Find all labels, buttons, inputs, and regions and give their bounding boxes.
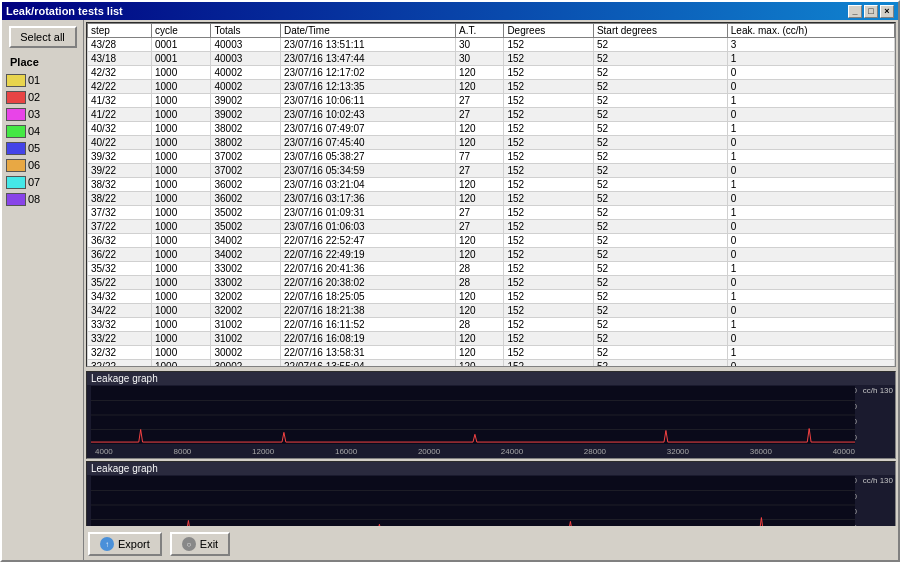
x-label: 40000: [833, 447, 855, 456]
minimize-button[interactable]: _: [848, 5, 862, 18]
place-item[interactable]: 08: [6, 191, 79, 207]
table-cell: 152: [504, 346, 593, 360]
table-cell: 152: [504, 318, 593, 332]
table-row[interactable]: 34/2210003200222/07/16 18:21:38120152520: [88, 304, 895, 318]
leakage-chart-2-unit: cc/h 130: [863, 476, 893, 485]
table-cell: 52: [593, 276, 727, 290]
table-cell: 37/22: [88, 220, 152, 234]
table-cell: 152: [504, 150, 593, 164]
table-row[interactable]: 35/2210003300222/07/16 20:38:0228152520: [88, 276, 895, 290]
table-row[interactable]: 39/3210003700223/07/16 05:38:2777152521: [88, 150, 895, 164]
table-row[interactable]: 32/3210003000222/07/16 13:58:31120152521: [88, 346, 895, 360]
table-cell: 152: [504, 80, 593, 94]
table-cell: 30: [456, 52, 504, 66]
table-cell: 23/07/16 03:21:04: [280, 178, 455, 192]
x-label: 28000: [584, 447, 606, 456]
place-item[interactable]: 06: [6, 157, 79, 173]
export-button[interactable]: ↑ Export: [88, 532, 162, 556]
table-cell: 22/07/16 18:25:05: [280, 290, 455, 304]
table-cell: 37002: [211, 164, 281, 178]
table-row[interactable]: 41/3210003900223/07/16 10:06:1127152521: [88, 94, 895, 108]
maximize-button[interactable]: □: [864, 5, 878, 18]
table-row[interactable]: 40/2210003800223/07/16 07:45:40120152520: [88, 136, 895, 150]
table-row[interactable]: 41/2210003900223/07/16 10:02:4327152520: [88, 108, 895, 122]
table-row[interactable]: 43/2800014000323/07/16 13:51:1130152523: [88, 38, 895, 52]
table-row[interactable]: 38/2210003600223/07/16 03:17:36120152520: [88, 192, 895, 206]
table-cell: 1000: [151, 234, 211, 248]
place-item[interactable]: 02: [6, 89, 79, 105]
place-number: 05: [28, 142, 40, 154]
x-label: 12000: [252, 447, 274, 456]
exit-button[interactable]: ○ Exit: [170, 532, 230, 556]
data-table: stepcycleTotalsDate/TimeA.T.DegreesStart…: [87, 23, 895, 367]
table-cell: 40002: [211, 80, 281, 94]
table-cell: 23/07/16 01:09:31: [280, 206, 455, 220]
table-cell: 0: [727, 332, 894, 346]
select-all-button[interactable]: Select all: [9, 26, 77, 48]
table-cell: 34002: [211, 248, 281, 262]
table-row[interactable]: 43/1800014000323/07/16 13:47:4430152521: [88, 52, 895, 66]
table-row[interactable]: 38/3210003600223/07/16 03:21:04120152521: [88, 178, 895, 192]
table-row[interactable]: 34/3210003200222/07/16 18:25:05120152521: [88, 290, 895, 304]
table-cell: 22/07/16 20:38:02: [280, 276, 455, 290]
place-number: 02: [28, 91, 40, 103]
table-row[interactable]: 37/3210003500223/07/16 01:09:3127152521: [88, 206, 895, 220]
table-cell: 152: [504, 262, 593, 276]
table-row[interactable]: 33/3210003100222/07/16 16:11:5228152521: [88, 318, 895, 332]
table-cell: 1000: [151, 192, 211, 206]
table-cell: 1000: [151, 94, 211, 108]
data-table-area[interactable]: stepcycleTotalsDate/TimeA.T.DegreesStart…: [86, 22, 896, 367]
table-cell: 32/32: [88, 346, 152, 360]
table-cell: 77: [456, 150, 504, 164]
table-cell: 27: [456, 220, 504, 234]
table-cell: 35002: [211, 220, 281, 234]
table-cell: 1: [727, 318, 894, 332]
place-item[interactable]: 07: [6, 174, 79, 190]
table-cell: 36002: [211, 192, 281, 206]
table-cell: 1: [727, 52, 894, 66]
table-row[interactable]: 35/3210003300222/07/16 20:41:3628152521: [88, 262, 895, 276]
exit-label: Exit: [200, 538, 218, 550]
table-cell: 23/07/16 07:49:07: [280, 122, 455, 136]
place-color-swatch: [6, 176, 26, 189]
table-cell: 22/07/16 22:52:47: [280, 234, 455, 248]
table-cell: 33002: [211, 276, 281, 290]
table-cell: 152: [504, 94, 593, 108]
x-label: 4000: [95, 447, 113, 456]
table-cell: 52: [593, 150, 727, 164]
table-cell: 23/07/16 07:45:40: [280, 136, 455, 150]
table-row[interactable]: 42/3210004000223/07/16 12:17:02120152520: [88, 66, 895, 80]
table-cell: 120: [456, 360, 504, 368]
table-cell: 1: [727, 346, 894, 360]
table-cell: 23/07/16 12:13:35: [280, 80, 455, 94]
table-cell: 52: [593, 234, 727, 248]
table-cell: 52: [593, 290, 727, 304]
place-item[interactable]: 05: [6, 140, 79, 156]
table-cell: 52: [593, 346, 727, 360]
table-cell: 38/22: [88, 192, 152, 206]
place-color-swatch: [6, 91, 26, 104]
table-cell: 34/32: [88, 290, 152, 304]
place-item[interactable]: 04: [6, 123, 79, 139]
table-row[interactable]: 36/2210003400222/07/16 22:49:19120152520: [88, 248, 895, 262]
export-label: Export: [118, 538, 150, 550]
content-area: Select all Place 01 02 03 04 05 06 07 08: [2, 20, 898, 560]
table-row[interactable]: 36/3210003400222/07/16 22:52:47120152520: [88, 234, 895, 248]
table-cell: 33/22: [88, 332, 152, 346]
close-button[interactable]: ×: [880, 5, 894, 18]
table-row[interactable]: 33/2210003100222/07/16 16:08:19120152520: [88, 332, 895, 346]
table-cell: 52: [593, 80, 727, 94]
table-cell: 1000: [151, 290, 211, 304]
table-row[interactable]: 40/3210003800223/07/16 07:49:07120152521: [88, 122, 895, 136]
table-row[interactable]: 42/2210004000223/07/16 12:13:35120152520: [88, 80, 895, 94]
place-item[interactable]: 01: [6, 72, 79, 88]
table-cell: 42/22: [88, 80, 152, 94]
place-items: 01 02 03 04 05 06 07 08: [6, 72, 79, 207]
place-number: 07: [28, 176, 40, 188]
table-row[interactable]: 32/2210003000222/07/16 13:55:04120152520: [88, 360, 895, 368]
table-cell: 32002: [211, 304, 281, 318]
table-cell: 120: [456, 136, 504, 150]
table-row[interactable]: 37/2210003500223/07/16 01:06:0327152520: [88, 220, 895, 234]
place-item[interactable]: 03: [6, 106, 79, 122]
table-row[interactable]: 39/2210003700223/07/16 05:34:5927152520: [88, 164, 895, 178]
